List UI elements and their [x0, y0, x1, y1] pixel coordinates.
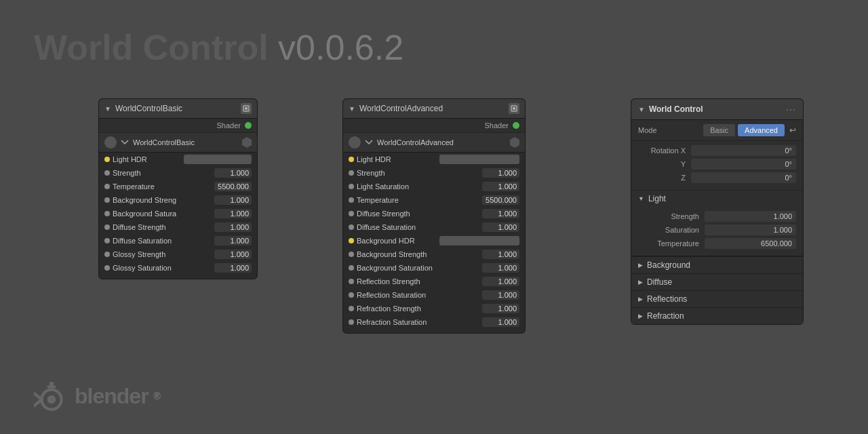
props-header-left: ▼ World Control — [638, 104, 703, 114]
value-temperature-basic[interactable]: 5500.000 — [214, 182, 252, 191]
value-strength-basic[interactable]: 1.000 — [214, 168, 252, 178]
panel-advanced-subheader: WorldControlAdvanced — [343, 133, 525, 153]
light-temperature-value[interactable]: 6500.000 — [705, 238, 796, 249]
value-adv-light-saturation[interactable]: 1.000 — [482, 182, 519, 191]
socket-strength — [104, 170, 110, 176]
reflections-arrow-icon: ▶ — [638, 296, 643, 302]
value-glossy-strength-basic[interactable]: 1.000 — [214, 250, 252, 259]
panel-basic-clip-icon — [241, 103, 252, 114]
blender-trademark: ® — [154, 391, 161, 401]
socket-light-hdr — [104, 157, 110, 162]
background-arrow-icon: ▶ — [638, 262, 643, 269]
panel-advanced-shader-row: Shader — [343, 119, 525, 133]
panel-basic-row-diffuse-strength: Diffuse Strength 1.000 — [99, 220, 257, 234]
panel-advanced-shader-label: Shader — [485, 121, 509, 130]
socket-adv-diffuse-saturation — [349, 224, 354, 230]
svg-point-1 — [47, 395, 56, 403]
panel-basic-subheader: WorldControlBasic — [99, 133, 257, 153]
value-adv-refraction-strength[interactable]: 1.000 — [482, 304, 519, 313]
rotation-z-value[interactable]: 0° — [691, 172, 796, 183]
panel-advanced-header-left: ▼ WorldControlAdvanced — [349, 104, 443, 113]
value-glossy-saturation-basic[interactable]: 1.000 — [214, 263, 252, 273]
label-bg-strength-basic: Background Streng — [113, 196, 212, 204]
light-strength-value[interactable]: 1.000 — [705, 211, 796, 222]
panel-advanced: ▼ WorldControlAdvanced Shader WorldContr… — [342, 98, 526, 334]
light-section-header[interactable]: ▼ Light — [631, 191, 803, 207]
refraction-section[interactable]: ▶ Refraction — [631, 308, 803, 324]
socket-adv-strength — [349, 170, 354, 176]
light-saturation-value[interactable]: 1.000 — [705, 224, 796, 235]
value-bg-strength-basic[interactable]: 1.000 — [214, 195, 252, 205]
panel-adv-row-strength: Strength 1.000 — [343, 166, 525, 180]
label-adv-bg-strength: Background Strength — [357, 250, 479, 258]
light-temperature-label: Temperature — [638, 239, 699, 248]
light-strength-row: Strength 1.000 — [631, 210, 803, 223]
rotation-x-row: Rotation X 0° — [631, 144, 803, 157]
title-version: v0.0.6.2 — [278, 28, 403, 67]
refraction-title: Refraction — [647, 311, 684, 321]
light-temperature-row: Temperature 6500.000 — [631, 237, 803, 250]
title-area: World Control v0.0.6.2 — [34, 27, 403, 68]
value-diffuse-saturation-basic[interactable]: 1.000 — [214, 236, 252, 245]
value-adv-strength[interactable]: 1.000 — [482, 168, 519, 178]
mode-reset-icon[interactable]: ↩ — [789, 125, 796, 135]
rotation-x-value[interactable]: 0° — [691, 145, 796, 156]
reflections-title: Reflections — [647, 294, 687, 304]
value-adv-bg-strength[interactable]: 1.000 — [482, 250, 519, 259]
bar-adv-bg-hdr[interactable] — [439, 236, 519, 245]
socket-adv-refraction-strength — [349, 306, 354, 311]
panel-adv-row-bg-saturation: Background Saturation 1.000 — [343, 261, 525, 275]
socket-adv-refraction-saturation — [349, 319, 354, 325]
light-fields: Strength 1.000 Saturation 1.000 Temperat… — [631, 207, 803, 256]
diffuse-section[interactable]: ▶ Diffuse — [631, 274, 803, 291]
value-adv-reflection-strength[interactable]: 1.000 — [482, 277, 519, 286]
value-bg-satura-basic[interactable]: 1.000 — [214, 209, 252, 218]
value-adv-diffuse-saturation[interactable]: 1.000 — [482, 222, 519, 232]
mode-advanced-button[interactable]: Advanced — [738, 124, 785, 136]
bar-adv-light-hdr[interactable] — [439, 155, 519, 164]
socket-bg-strength-basic — [104, 197, 110, 203]
panel-adv-row-diffuse-saturation: Diffuse Saturation 1.000 — [343, 220, 525, 234]
rotation-y-value[interactable]: 0° — [691, 159, 796, 170]
props-dots-icon[interactable]: ··· — [786, 104, 796, 115]
label-adv-light-hdr: Light HDR — [357, 155, 437, 163]
label-glossy-saturation-basic: Glossy Saturation — [113, 264, 212, 272]
socket-glossy-saturation-basic — [104, 265, 110, 271]
label-adv-bg-saturation: Background Saturation — [357, 264, 479, 272]
mode-row: Mode Basic Advanced ↩ — [631, 120, 803, 141]
value-adv-temperature[interactable]: 5500.000 — [482, 195, 519, 205]
socket-adv-bg-saturation — [349, 265, 354, 271]
shield-icon-basic — [242, 137, 252, 148]
value-adv-bg-saturation[interactable]: 1.000 — [482, 263, 519, 273]
mode-basic-button[interactable]: Basic — [703, 124, 735, 136]
value-diffuse-strength-basic[interactable]: 1.000 — [214, 222, 252, 232]
panel-adv-row-reflection-strength: Reflection Strength 1.000 — [343, 275, 525, 288]
shield-icon-adv — [510, 137, 519, 148]
panel-basic-row-temperature: Temperature 5500.000 — [99, 180, 257, 193]
light-section-title: Light — [648, 194, 666, 203]
label-strength-basic: Strength — [113, 169, 212, 177]
rotation-z-label: Z — [638, 174, 686, 182]
socket-diffuse-strength-basic — [104, 224, 110, 230]
value-adv-diffuse-strength[interactable]: 1.000 — [482, 209, 519, 218]
background-section[interactable]: ▶ Background — [631, 257, 803, 274]
panel-adv-row-light-hdr: Light HDR — [343, 153, 525, 166]
collapsed-sections: ▶ Background ▶ Diffuse ▶ Reflections ▶ R… — [631, 257, 803, 324]
light-section-arrow: ▼ — [638, 195, 644, 202]
panel-basic-row-light-hdr: Light HDR — [99, 153, 257, 166]
reflections-section[interactable]: ▶ Reflections — [631, 291, 803, 308]
panel-props: ▼ World Control ··· Mode Basic Advanced … — [631, 98, 804, 325]
svg-rect-9 — [513, 107, 515, 110]
light-saturation-row: Saturation 1.000 — [631, 223, 803, 237]
label-adv-light-saturation: Light Saturation — [357, 182, 479, 191]
svg-line-3 — [34, 399, 41, 406]
panel-advanced-clip-icon — [509, 103, 519, 114]
panel-basic-arrow: ▼ — [104, 105, 111, 113]
value-adv-refraction-saturation[interactable]: 1.000 — [482, 317, 519, 327]
socket-glossy-strength-basic — [104, 252, 110, 257]
socket-adv-reflection-strength — [349, 279, 354, 284]
panel-basic-row-strength: Strength 1.000 — [99, 166, 257, 180]
label-bg-satura-basic: Background Satura — [113, 210, 212, 218]
bar-light-hdr-basic[interactable] — [184, 155, 252, 164]
value-adv-reflection-saturation[interactable]: 1.000 — [482, 290, 519, 300]
